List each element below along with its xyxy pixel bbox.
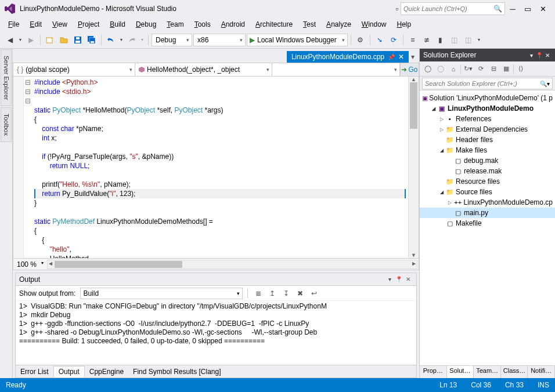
expand-icon[interactable]: ◢ <box>438 190 445 195</box>
output-body[interactable]: 1> VisualGDB: Run "make CONFIG=Debug" in… <box>16 301 416 365</box>
minimize-button[interactable]: ─ <box>505 5 520 13</box>
code-line[interactable]: "hello", <box>34 245 406 254</box>
se-close-icon[interactable]: ✕ <box>543 52 552 59</box>
se-home-button[interactable]: ⌂ <box>448 63 459 75</box>
menu-test[interactable]: Test <box>298 19 320 30</box>
maximize-button[interactable]: ▭ <box>520 5 535 13</box>
se-sync-button[interactable]: ↻▾ <box>462 63 474 75</box>
se-properties-button[interactable]: ⟨⟩ <box>515 63 527 75</box>
menu-window[interactable]: Window <box>357 19 391 30</box>
scroll-up-icon[interactable]: ▲ <box>409 77 419 82</box>
right-tab-2[interactable]: Team… <box>474 366 501 378</box>
menu-architecture[interactable]: Architecture <box>251 19 297 30</box>
nav-forward-button[interactable]: ▶ <box>24 34 37 46</box>
output-close-icon[interactable]: ✕ <box>403 276 413 282</box>
start-debug-button[interactable]: ▶ Local Windows Debugger <box>247 34 348 46</box>
tb-misc2[interactable]: ◫ <box>462 34 475 46</box>
tree-node[interactable]: ▢debug.mak <box>420 155 555 166</box>
se-refresh-button[interactable]: ⟳ <box>475 63 486 75</box>
new-project-button[interactable] <box>44 34 56 46</box>
menu-analyze[interactable]: Analyze <box>322 19 356 30</box>
code-line[interactable] <box>34 208 406 217</box>
scope-dropdown[interactable]: { } (global scope) <box>13 63 135 76</box>
comment-button[interactable]: ≡ <box>406 34 419 46</box>
tree-node[interactable]: ◢📁Make files <box>420 145 555 155</box>
tb-misc1[interactable]: ◫ <box>448 34 461 46</box>
scroll-down-icon[interactable]: ▼ <box>409 252 419 258</box>
expand-icon[interactable]: ◢ <box>438 148 445 153</box>
redo-button[interactable] <box>125 34 138 46</box>
right-tab-3[interactable]: Class… <box>501 366 528 378</box>
se-search-input[interactable] <box>425 80 540 87</box>
search-icon[interactable]: 🔍▾ <box>540 81 550 87</box>
tree-node[interactable]: 📁Header files <box>420 135 555 145</box>
expand-icon[interactable]: ▷ <box>446 200 453 205</box>
code-line[interactable]: { <box>34 226 406 235</box>
tree-node[interactable]: ▢release.mak <box>420 166 555 176</box>
menu-team[interactable]: Team <box>162 19 188 30</box>
tree-node[interactable]: ◢▣LinuxPythonModuleDemo <box>420 103 555 114</box>
code-line[interactable]: const char *pName; <box>34 124 406 133</box>
scroll-left-icon[interactable]: ◀ <box>49 261 52 266</box>
code-line[interactable]: { <box>34 115 406 124</box>
code-line[interactable]: printf("Hello, %s\n", pName); <box>34 180 406 189</box>
se-fwd-button[interactable]: ◯ <box>435 63 446 75</box>
se-pin-icon[interactable]: 📍 <box>535 52 543 59</box>
menu-build[interactable]: Build <box>105 19 130 30</box>
tree-node[interactable]: 📁Resource files <box>420 176 555 187</box>
code-editor[interactable]: ⊟⊟⊟ #include <Python.h>#include <stdio.h… <box>13 77 419 259</box>
output-pin-icon[interactable]: 📍 <box>394 276 403 282</box>
uncomment-button[interactable]: ≢ <box>420 34 433 46</box>
right-tab-0[interactable]: Prop… <box>420 366 447 378</box>
solution-tree[interactable]: ▣Solution 'LinuxPythonModuleDemo' (1 p◢▣… <box>420 90 555 365</box>
menu-debug[interactable]: Debug <box>131 19 161 30</box>
bottom-tab-error-list[interactable]: Error List <box>16 366 53 377</box>
tree-node[interactable]: ▣Solution 'LinuxPythonModuleDemo' (1 p <box>420 93 555 103</box>
se-back-button[interactable]: ◯ <box>422 63 434 75</box>
se-showall-button[interactable]: ▦ <box>500 63 512 75</box>
code-line[interactable] <box>34 96 406 106</box>
expand-icon[interactable]: ▷ <box>438 117 445 122</box>
fold-toggle[interactable]: ⊟ <box>24 87 32 96</box>
toolbar-overflow[interactable]: ▾ <box>476 34 482 46</box>
output-prev-icon[interactable]: ↥ <box>266 288 278 299</box>
code-line[interactable]: int x; <box>34 133 406 143</box>
se-dropdown-icon[interactable]: ▾ <box>527 52 535 59</box>
undo-dropdown[interactable]: ▾ <box>118 34 124 46</box>
scroll-thumb[interactable] <box>410 82 417 129</box>
code-area[interactable]: #include <Python.h>#include <stdio.h> st… <box>32 77 408 258</box>
code-line[interactable]: { <box>34 235 406 245</box>
tree-node[interactable]: ◢📁Source files <box>420 187 555 197</box>
go-button[interactable]: ➜ Go <box>400 63 419 76</box>
menu-edit[interactable]: Edit <box>25 19 46 30</box>
nav-back-dropdown[interactable]: ▾ <box>17 34 23 46</box>
horizontal-scrollbar[interactable]: ◀ ▶ <box>47 260 417 269</box>
code-line[interactable]: return NULL; <box>34 161 406 170</box>
fold-toggle[interactable]: ⊟ <box>24 96 32 106</box>
platform-dropdown[interactable]: x86 <box>193 34 246 46</box>
output-goto-icon[interactable]: ≣ <box>253 288 264 299</box>
code-line[interactable]: return Py_BuildValue("i", 123); <box>34 189 406 198</box>
output-source-dropdown[interactable]: Build <box>80 288 243 299</box>
output-wrap-icon[interactable]: ↩ <box>308 288 320 299</box>
code-line[interactable]: static PyMethodDef LinuxPythonModuleDemo… <box>34 217 406 226</box>
code-line[interactable] <box>34 170 406 180</box>
bottom-tab-output[interactable]: Output <box>53 366 85 378</box>
fold-toggle[interactable]: ⊟ <box>24 78 32 87</box>
pin-icon[interactable]: 📌 <box>388 54 395 60</box>
se-search-box[interactable]: 🔍▾ <box>422 78 553 89</box>
vertical-scrollbar[interactable]: ▲ ▼ <box>408 77 419 258</box>
se-collapse-button[interactable]: ⊟ <box>488 63 499 75</box>
process-button[interactable]: ⚙ <box>354 34 367 46</box>
code-line[interactable]: #include <stdio.h> <box>34 87 406 96</box>
menu-project[interactable]: Project <box>73 19 104 30</box>
nav-back-button[interactable]: ◀ <box>3 34 16 46</box>
step-into-button[interactable]: ➘ <box>373 34 386 46</box>
output-next-icon[interactable]: ↧ <box>280 288 292 299</box>
feedback-icon[interactable]: ▫ <box>395 4 398 13</box>
member-dropdown[interactable]: HelloMethod(_object*, _object <box>135 63 272 76</box>
menu-file[interactable]: File <box>3 19 24 30</box>
editor-tab-active[interactable]: LinuxPythonModuleDemo.cpp 📌 ✕ <box>287 51 409 63</box>
code-line[interactable]: static PyObject *HelloMethod(PyObject *s… <box>34 106 406 115</box>
nav-empty-dropdown[interactable] <box>272 63 400 76</box>
